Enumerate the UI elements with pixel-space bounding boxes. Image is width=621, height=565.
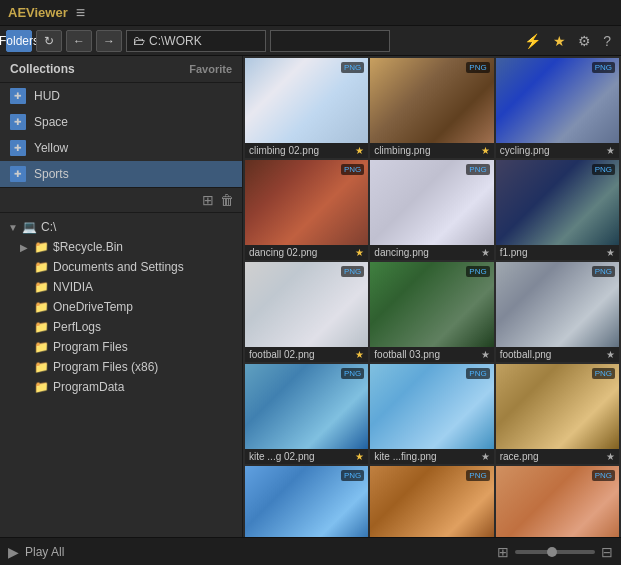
thumbnail-race[interactable]: PNGrace.png★ (496, 364, 619, 464)
thumb-name-football03: football 03.png (374, 349, 440, 360)
tree-item-programdata[interactable]: 📁 ProgramData (0, 377, 242, 397)
hud-icon: ✚ (10, 88, 26, 104)
thumbnail-run03[interactable]: PNGrun 03.png★ (370, 466, 493, 537)
app-title: AEViewer (8, 5, 68, 20)
thumb-star-football[interactable]: ★ (606, 349, 615, 360)
favorite-label: Favorite (189, 63, 232, 75)
grid-select-icon[interactable]: ⊞ (202, 192, 214, 208)
sports-label: Sports (34, 167, 69, 181)
thumb-star-race[interactable]: ★ (606, 451, 615, 462)
item-label: Program Files (53, 340, 128, 354)
trash-icon[interactable]: 🗑 (220, 192, 234, 208)
tree-item-perflogs[interactable]: 📁 PerfLogs (0, 317, 242, 337)
tree-item-onedrive[interactable]: 📁 OneDriveTemp (0, 297, 242, 317)
thumb-badge-run02: PNG (341, 470, 364, 481)
search-input[interactable] (270, 30, 390, 52)
folder-icon: 📁 (34, 340, 49, 354)
sidebar-item-hud[interactable]: ✚ HUD (0, 83, 242, 109)
menu-icon[interactable]: ≡ (76, 4, 85, 22)
file-tree: ▼ 💻 C:\ ▶ 📁 $Recycle.Bin 📁 Documents and… (0, 213, 242, 537)
thumbnail-run[interactable]: PNGrun.png★ (496, 466, 619, 537)
thumbnail-climbing02[interactable]: PNGclimbing 02.png★ (245, 58, 368, 158)
item-label: NVIDIA (53, 280, 93, 294)
thumb-name-climbing: climbing.png (374, 145, 430, 156)
thumb-name-dancing: dancing.png (374, 247, 429, 258)
thumb-star-climbing[interactable]: ★ (481, 145, 490, 156)
refresh-button[interactable]: ↻ (36, 30, 62, 52)
thumb-star-cycling[interactable]: ★ (606, 145, 615, 156)
thumbnail-dancing[interactable]: PNGdancing.png★ (370, 160, 493, 260)
thumb-star-kitefing[interactable]: ★ (481, 451, 490, 462)
tree-item-programfiles[interactable]: 📁 Program Files (0, 337, 242, 357)
root-label: C:\ (41, 220, 56, 234)
item-label: Program Files (x86) (53, 360, 158, 374)
bottom-bar: ▶ Play All ⊞ ⊟ (0, 537, 621, 565)
thumbnail-dancing02[interactable]: PNGdancing 02.png★ (245, 160, 368, 260)
sidebar-divider: ⊞ 🗑 (0, 187, 242, 213)
thumbnail-kitefing[interactable]: PNGkite ...fing.png★ (370, 364, 493, 464)
thumbnail-f1[interactable]: PNGf1.png★ (496, 160, 619, 260)
folder-icon: 📁 (34, 300, 49, 314)
tree-item-programfiles86[interactable]: 📁 Program Files (x86) (0, 357, 242, 377)
yellow-label: Yellow (34, 141, 68, 155)
item-label: OneDriveTemp (53, 300, 133, 314)
thumbnail-kite02[interactable]: PNGkite ...g 02.png★ (245, 364, 368, 464)
folder-icon: 📁 (34, 360, 49, 374)
thumb-star-football03[interactable]: ★ (481, 349, 490, 360)
thumb-star-dancing[interactable]: ★ (481, 247, 490, 258)
thumbnail-run02[interactable]: PNGrun 02.png★ (245, 466, 368, 537)
thumbnail-football[interactable]: PNGfootball.png★ (496, 262, 619, 362)
thumb-badge-run: PNG (592, 470, 615, 481)
size-slider[interactable] (515, 550, 595, 554)
folders-button[interactable]: Folders (6, 30, 32, 52)
thumb-star-dancing02[interactable]: ★ (355, 247, 364, 258)
folder-icon: 📁 (34, 240, 49, 254)
thumb-name-climbing02: climbing 02.png (249, 145, 319, 156)
thumb-name-kite02: kite ...g 02.png (249, 451, 315, 462)
thumb-name-f1: f1.png (500, 247, 528, 258)
sidebar-item-space[interactable]: ✚ Space (0, 109, 242, 135)
sidebar-item-sports[interactable]: ✚ Sports (0, 161, 242, 187)
sidebar-item-yellow[interactable]: ✚ Yellow (0, 135, 242, 161)
thumb-name-football: football.png (500, 349, 552, 360)
gear-button[interactable]: ⚙ (574, 31, 595, 51)
collections-list: ✚ HUD ✚ Space ✚ Yellow ✚ Sports (0, 83, 242, 187)
content-area: PNGclimbing 02.png★PNGclimbing.png★PNGcy… (243, 56, 621, 537)
help-button[interactable]: ? (599, 31, 615, 51)
collections-label: Collections (10, 62, 75, 76)
thumb-badge-climbing02: PNG (341, 62, 364, 73)
lightning-button[interactable]: ⚡ (520, 31, 545, 51)
back-button[interactable]: ← (66, 30, 92, 52)
thumbnail-cycling[interactable]: PNGcycling.png★ (496, 58, 619, 158)
sidebar-header: Collections Favorite (0, 56, 242, 83)
thumbnail-climbing[interactable]: PNGclimbing.png★ (370, 58, 493, 158)
play-all-label[interactable]: Play All (25, 545, 491, 559)
tree-item-recycle[interactable]: ▶ 📁 $Recycle.Bin (0, 237, 242, 257)
path-display: 🗁 C:\WORK (126, 30, 266, 52)
thumbnail-football02[interactable]: PNGfootball 02.png★ (245, 262, 368, 362)
expand-icon: ▶ (20, 242, 30, 253)
yellow-icon: ✚ (10, 140, 26, 156)
item-label: PerfLogs (53, 320, 101, 334)
thumb-name-cycling: cycling.png (500, 145, 550, 156)
grid-small-icon[interactable]: ⊞ (497, 544, 509, 560)
forward-button[interactable]: → (96, 30, 122, 52)
grid-large-icon[interactable]: ⊟ (601, 544, 613, 560)
star-button[interactable]: ★ (549, 31, 570, 51)
thumb-star-kite02[interactable]: ★ (355, 451, 364, 462)
thumb-badge-dancing: PNG (466, 164, 489, 175)
tree-item-nvidia[interactable]: 📁 NVIDIA (0, 277, 242, 297)
thumb-badge-football: PNG (592, 266, 615, 277)
expand-icon: ▶ (8, 544, 19, 560)
thumb-badge-run03: PNG (466, 470, 489, 481)
tree-root[interactable]: ▼ 💻 C:\ (0, 217, 242, 237)
tree-item-documents[interactable]: 📁 Documents and Settings (0, 257, 242, 277)
item-label: Documents and Settings (53, 260, 184, 274)
thumb-star-f1[interactable]: ★ (606, 247, 615, 258)
thumb-star-climbing02[interactable]: ★ (355, 145, 364, 156)
thumb-badge-football03: PNG (466, 266, 489, 277)
thumbnail-football03[interactable]: PNGfootball 03.png★ (370, 262, 493, 362)
item-label: ProgramData (53, 380, 124, 394)
thumb-star-football02[interactable]: ★ (355, 349, 364, 360)
sidebar: Collections Favorite ✚ HUD ✚ Space ✚ Yel… (0, 56, 243, 537)
